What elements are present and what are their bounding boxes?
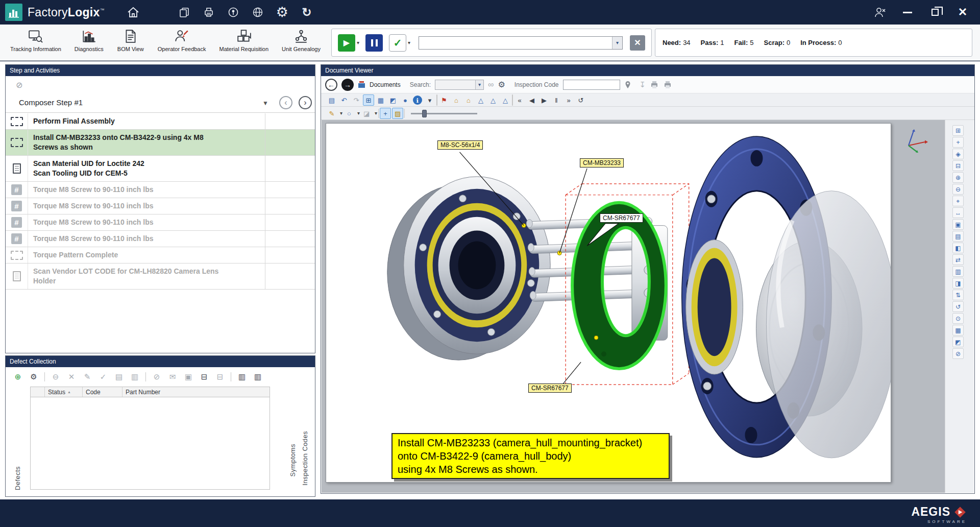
viewer-side-tool-icon[interactable]: ↔ [952,207,964,218]
ribbon-tool-tracking-information[interactable]: Tracking Information [6,27,65,52]
cad-tool-icon[interactable] [512,94,513,106]
viewer-side-tool-icon[interactable]: ⊘ [952,348,964,359]
tab-defects[interactable]: Defects [14,466,21,490]
defect-tool-icon[interactable]: ▥ [130,372,140,382]
defect-tool-icon[interactable] [145,372,146,381]
complete-button[interactable]: ✓ [389,34,406,52]
start-dropdown-caret[interactable]: ▾ [357,40,359,45]
viewer-side-tool-icon[interactable]: ◧ [952,243,964,253]
viewer-side-tool-icon[interactable]: ⊕ [952,172,964,183]
restore-button[interactable] [925,2,945,22]
ribbon-tool-diagnostics[interactable]: Diagnostics [70,27,108,52]
search-combobox[interactable]: ▾ [435,80,484,90]
cad-tool-icon[interactable]: △ [487,94,499,106]
cancel-button[interactable]: ✕ [630,35,645,51]
cad-tool-icon[interactable]: ↶ [338,94,350,106]
map-pin-icon[interactable] [624,81,631,89]
combobox-arrow-icon[interactable]: ▾ [475,80,483,89]
cad-tool-icon[interactable] [436,94,437,106]
cad-tool-icon[interactable]: ◀ [526,94,537,106]
eraser-dropdown-caret[interactable]: ▾ [375,110,377,116]
cad-tool-icon[interactable]: « [514,94,525,106]
export-download-icon[interactable]: ↧ [640,80,646,89]
complete-dropdown-caret[interactable]: ▾ [408,40,410,45]
start-button[interactable]: ▶ [338,34,355,52]
defect-tool-icon[interactable]: ▥ [237,372,247,382]
step-row[interactable]: # Torque M8 Screw to 90-110 inch lbs [6,231,315,247]
step-row[interactable]: # Torque M8 Screw to 90-110 inch lbs [6,214,315,231]
shape-dropdown-caret[interactable]: ▾ [357,110,360,116]
viewer-side-tool-icon[interactable]: ⇅ [952,290,964,300]
settings-gear-icon[interactable]: ⚙ [272,2,292,22]
viewer-side-tool-icon[interactable]: ▦ [952,325,964,336]
cad-tool-icon[interactable]: » [563,94,574,106]
forward-button[interactable]: → [341,79,354,91]
document-sheet[interactable]: M8-SC-56x1/4 CM-MB23233 CM-SR67677 CM-SR… [326,123,891,483]
viewer-side-tool-icon[interactable]: ⌖ [952,196,964,206]
copy-pages-icon[interactable] [174,2,194,22]
globe-icon[interactable] [248,2,268,22]
viewer-side-tool-icon[interactable]: ◈ [952,149,964,159]
header-cell-status[interactable]: Status▲ [45,387,83,397]
viewer-side-tool-icon[interactable]: ⇄ [952,254,964,265]
viewer-side-tool-icon[interactable]: ▣ [952,219,964,230]
chevron-down-icon[interactable]: ▼ [262,100,268,107]
close-button[interactable]: ✕ [952,2,973,22]
cad-tool-icon[interactable]: △ [500,94,511,106]
cad-3d-model[interactable] [326,124,891,483]
cad-tool-icon[interactable]: ▶ [538,94,550,106]
defect-tool-icon[interactable]: ▤ [114,372,124,382]
pencil-tool-icon[interactable]: ✎ [326,108,337,119]
next-step-button[interactable]: › [299,96,312,109]
viewer-side-tool-icon[interactable]: ◨ [952,278,964,289]
cad-tool-icon[interactable]: ↺ [575,94,586,106]
defect-tool-icon[interactable]: ⊟ [199,372,209,382]
defect-table-body[interactable] [31,397,270,489]
defect-tool-icon[interactable]: ▣ [183,372,193,382]
orientation-triad-icon[interactable] [901,128,928,153]
viewer-side-tool-icon[interactable]: ▤ [952,231,964,242]
tab-symptoms[interactable]: Symptoms [289,444,297,477]
previous-step-button[interactable]: ‹ [279,96,292,109]
cad-tool-icon[interactable]: ▤ [326,94,337,106]
cad-tool-icon[interactable]: ‖ [551,94,562,106]
defect-tool-icon[interactable] [44,372,45,381]
pencil-dropdown-caret[interactable]: ▾ [340,110,342,116]
cad-tool-icon[interactable]: △ [475,94,486,106]
minimize-button[interactable] [897,2,918,22]
step-row[interactable]: Scan Vendor LOT CODE for CM-LH82820 Came… [6,264,315,290]
defect-tool-icon[interactable]: ✓ [98,372,108,382]
viewer-side-tool-icon[interactable]: ⊙ [952,313,964,324]
cad-tool-icon[interactable]: ⌂ [463,94,474,106]
cad-tool-icon[interactable]: ⌂ [451,94,462,106]
defect-tool-icon[interactable]: ⚙ [29,372,39,382]
unit-combobox-input[interactable] [419,37,612,49]
ribbon-tool-unit-genealogy[interactable]: Unit Genealogy [278,27,325,52]
defect-tool-icon[interactable]: ⊖ [51,372,61,382]
viewer-side-tool-icon[interactable]: ▥ [952,266,964,277]
highlight-tool-icon[interactable]: ▨ [392,108,403,119]
defect-tool-icon[interactable] [231,372,231,381]
defect-tool-icon[interactable]: ⊟ [215,372,225,382]
pause-button[interactable] [365,34,383,52]
zoom-slider-handle[interactable] [422,110,427,117]
viewer-side-tool-icon[interactable]: ↺ [952,301,964,312]
viewer-settings-gear-icon[interactable]: ⚙ [498,80,505,89]
cad-tool-icon[interactable]: ◩ [387,94,399,106]
ribbon-tool-bom-view[interactable]: BOM View [113,27,149,52]
header-cell-code[interactable]: Code [83,387,122,397]
viewer-side-tool-icon[interactable]: ⊟ [952,160,964,171]
header-cell-blank[interactable] [31,387,45,397]
cad-tool-icon[interactable]: ↷ [351,94,362,106]
binoculars-icon[interactable]: ∞ [488,80,494,89]
step-row[interactable]: Install CM-MB23233 onto CM-B3422-9 using… [6,130,315,156]
pan-tool-icon[interactable]: + [380,108,391,119]
step-row[interactable]: Perform Final Assembly [6,113,315,130]
step-row[interactable]: # Torque M8 Screw to 90-110 inch lbs [6,198,315,214]
unit-combobox[interactable]: ▾ [419,36,623,50]
step-selector[interactable]: Composer Step #1 [19,98,83,107]
defect-tool-icon[interactable]: ⊕ [13,372,23,382]
ribbon-tool-material-requisition[interactable]: Material Requisition [215,27,273,52]
viewer-side-tool-icon[interactable]: ⊖ [952,184,964,195]
location-icon[interactable] [223,2,243,22]
